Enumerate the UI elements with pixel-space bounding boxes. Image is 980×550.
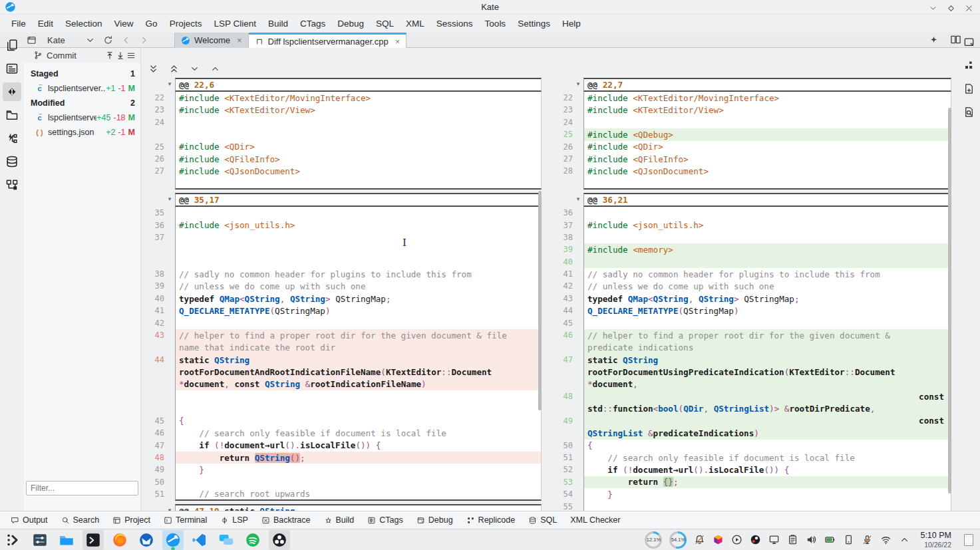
hunk-collapse-icon[interactable]: ▾ bbox=[164, 193, 175, 207]
code-line[interactable]: #include <QDir> bbox=[583, 141, 951, 153]
system-monitor-gauge[interactable]: 54.1% bbox=[669, 531, 687, 549]
panel-button-debug[interactable]: Debug bbox=[411, 513, 458, 527]
code-line[interactable]: if (!document→url().isLocalFile()) { bbox=[175, 440, 542, 452]
code-line[interactable]: const bbox=[583, 390, 951, 402]
taskbar-app-chat[interactable] bbox=[216, 530, 237, 550]
tray-kdeconnect-icon[interactable] bbox=[843, 534, 854, 545]
taskbar-app-thunderbird[interactable] bbox=[136, 530, 157, 550]
session-dropdown-chevron-icon[interactable] bbox=[85, 35, 95, 45]
commit-button[interactable]: Commit bbox=[47, 51, 104, 61]
code-line[interactable]: return {}; bbox=[583, 476, 951, 488]
tray-clipboard-icon[interactable] bbox=[787, 534, 798, 545]
open-file-button[interactable] bbox=[963, 106, 975, 118]
taskbar-app-konsole[interactable] bbox=[82, 530, 104, 550]
hunk-collapse-icon[interactable]: ▾ bbox=[573, 78, 583, 92]
code-line[interactable]: // helper to find a proper root dir for … bbox=[583, 329, 951, 341]
code-line[interactable]: @@ 22,6 bbox=[175, 78, 542, 92]
code-line[interactable]: #include <QJsonDocument> bbox=[583, 165, 951, 177]
code-line[interactable] bbox=[175, 178, 542, 190]
panel-button-build[interactable]: Build bbox=[319, 513, 360, 527]
code-line[interactable] bbox=[175, 116, 542, 128]
code-line[interactable]: #include <KTextEditor/MovingInterface> bbox=[583, 92, 951, 104]
panel-button-ctags[interactable]: CTags bbox=[362, 513, 408, 527]
code-line[interactable]: #include <memory> bbox=[583, 243, 951, 255]
git-pull-button[interactable] bbox=[115, 51, 126, 61]
code-line[interactable] bbox=[583, 116, 951, 128]
taskbar-app-system-settings[interactable] bbox=[29, 530, 51, 550]
taskbar-app-kate[interactable] bbox=[162, 530, 184, 550]
code-line[interactable] bbox=[175, 476, 542, 488]
maximize-button[interactable] bbox=[947, 3, 955, 12]
diff-nav-chevron-up-button[interactable] bbox=[207, 61, 223, 76]
code-line[interactable]: #include <KTextEditor/View> bbox=[175, 104, 542, 116]
tray-mic-muted-icon[interactable] bbox=[862, 534, 873, 545]
code-line[interactable] bbox=[583, 501, 951, 511]
menu-help[interactable]: Help bbox=[556, 16, 587, 31]
code-line[interactable]: #include <QDir> bbox=[175, 141, 542, 153]
panel-button-terminal[interactable]: Terminal bbox=[158, 513, 212, 527]
tray-volume-icon[interactable] bbox=[806, 534, 817, 545]
panel-button-sql[interactable]: SQL bbox=[523, 513, 562, 527]
new-pane-scrollbar[interactable] bbox=[948, 108, 951, 493]
diff-nav-dbl-chevron-down-button[interactable] bbox=[145, 61, 161, 76]
code-line[interactable]: #include <QDebug> bbox=[583, 128, 951, 140]
code-line[interactable]: // search root upwards bbox=[175, 488, 542, 500]
code-line[interactable]: std::function<bool(QDir, QStringList)> &… bbox=[583, 402, 951, 414]
menu-debug[interactable]: Debug bbox=[331, 16, 370, 31]
git-menu-button[interactable] bbox=[126, 51, 136, 61]
command-bar-button[interactable] bbox=[929, 34, 938, 45]
tab-close-icon[interactable]: × bbox=[237, 35, 242, 45]
code-line[interactable]: @@ 47,19 static QString bbox=[175, 504, 542, 511]
code-line[interactable]: rootForDocumentAndRootIndicationFileName… bbox=[175, 366, 542, 378]
new-file-button[interactable] bbox=[963, 83, 975, 94]
menu-edit[interactable]: Edit bbox=[32, 16, 59, 31]
taskbar-app-obs[interactable] bbox=[269, 530, 290, 550]
tray-wifi-icon[interactable] bbox=[880, 534, 892, 545]
taskbar-app-vscode[interactable] bbox=[189, 530, 210, 550]
code-line[interactable]: { bbox=[583, 440, 951, 452]
code-line[interactable] bbox=[583, 207, 951, 219]
menu-ctags[interactable]: CTags bbox=[294, 16, 331, 31]
menu-sessions[interactable]: Sessions bbox=[430, 16, 479, 31]
code-line[interactable] bbox=[583, 317, 951, 329]
hunk-collapse-icon[interactable]: ▾ bbox=[573, 193, 583, 207]
sidebar-tool-external-tools[interactable] bbox=[3, 129, 21, 148]
code-line[interactable] bbox=[583, 231, 951, 243]
code-line[interactable]: #include <KTextEditor/MovingInterface> bbox=[175, 92, 542, 104]
code-line[interactable]: static QString bbox=[583, 354, 951, 366]
menu-xml[interactable]: XML bbox=[400, 16, 430, 31]
diff-nav-dbl-chevron-up-button[interactable] bbox=[166, 61, 182, 76]
tray-color-cube-icon[interactable] bbox=[713, 534, 724, 545]
tray-display-icon[interactable] bbox=[768, 534, 780, 545]
sidebar-tool-list-view[interactable] bbox=[3, 59, 21, 78]
code-line[interactable]: static QString bbox=[175, 354, 542, 366]
code-line[interactable]: *document, const QString &rootIndication… bbox=[175, 378, 542, 390]
tray-battery-icon[interactable] bbox=[824, 534, 836, 545]
panel-button-output[interactable]: Output bbox=[5, 513, 53, 527]
git-group-modified[interactable]: Modified2 bbox=[24, 96, 140, 110]
code-line[interactable] bbox=[175, 317, 542, 329]
code-line[interactable]: #include <json_utils.h> bbox=[175, 219, 542, 231]
sidebar-tool-project-structure[interactable] bbox=[3, 176, 21, 194]
taskbar-app-dolphin[interactable] bbox=[56, 530, 77, 550]
code-line[interactable] bbox=[175, 402, 542, 414]
code-line[interactable] bbox=[583, 178, 951, 190]
widgets-button[interactable] bbox=[963, 60, 975, 71]
code-line[interactable]: } bbox=[175, 464, 542, 476]
code-line[interactable]: // sadly no common header for plugins to… bbox=[583, 268, 951, 280]
menu-settings[interactable]: Settings bbox=[512, 16, 556, 31]
git-file-row[interactable]: c̈lspclientserver...+1-1M bbox=[24, 81, 140, 96]
code-line[interactable]: #include <QFileInfo> bbox=[175, 153, 542, 165]
back-button[interactable] bbox=[121, 35, 131, 45]
code-line[interactable] bbox=[175, 207, 542, 219]
system-monitor-gauge[interactable]: 12.1% bbox=[645, 531, 662, 549]
menu-file[interactable]: File bbox=[5, 16, 32, 31]
code-line[interactable]: return QString(); bbox=[175, 452, 542, 464]
code-line[interactable]: predicate indications bbox=[583, 341, 951, 353]
code-line[interactable]: { bbox=[175, 415, 542, 427]
panel-button-backtrace[interactable]: Backtrace bbox=[256, 513, 316, 527]
session-name[interactable]: Kate bbox=[47, 35, 65, 45]
panel-button-project[interactable]: Project bbox=[107, 513, 156, 527]
old-pane-scrollbar[interactable] bbox=[538, 191, 542, 410]
git-push-button[interactable] bbox=[104, 51, 115, 61]
